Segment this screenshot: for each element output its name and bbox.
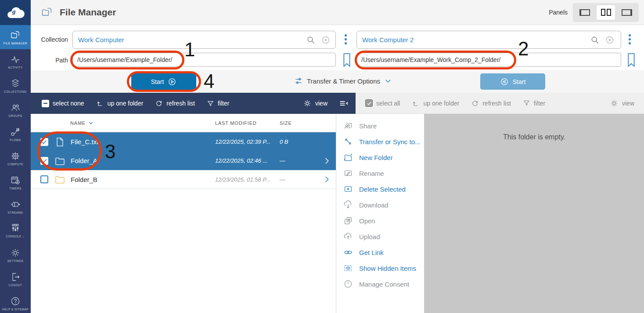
menu-item-upload[interactable]: Upload: [336, 229, 424, 244]
right-panel-toolbar: select all up one folder refresh list fi…: [356, 93, 644, 114]
left-collection-menu-icon[interactable]: [345, 34, 347, 44]
menu-item-label: Delete Selected: [359, 186, 406, 193]
sidebar-item-settings[interactable]: SETTINGS: [0, 243, 31, 267]
sidebar-item-groups[interactable]: GROUPS: [0, 98, 31, 122]
transfer-start-right-button[interactable]: Start: [480, 73, 545, 90]
filter-label: filter: [534, 100, 545, 107]
left-collection-input[interactable]: [72, 31, 336, 49]
open-folder-chevron-icon[interactable]: [323, 156, 331, 166]
sidebar-item-help-sitemap[interactable]: HELP & SITEMAP: [0, 291, 31, 313]
right-bookmark-icon[interactable]: [626, 53, 636, 67]
menu-item-label: Share: [359, 122, 377, 130]
menu-item-manage-consent[interactable]: Manage Consent: [336, 276, 424, 292]
panels-one-button[interactable]: [576, 5, 594, 20]
collapse-panel-button[interactable]: [339, 99, 349, 108]
menu-item-get-link[interactable]: Get Link: [336, 244, 424, 260]
select-none-label: select none: [53, 100, 84, 107]
refresh-icon: [471, 99, 479, 107]
help-icon: [10, 296, 21, 306]
folder-modified: 12/23/2025, 01:58 P...: [215, 176, 270, 183]
filter-button[interactable]: filter: [523, 99, 545, 107]
row-checkbox-unchecked[interactable]: [40, 175, 48, 183]
transfer-timer-options[interactable]: Transfer & Timer Options: [294, 76, 392, 85]
right-collection-menu-icon[interactable]: [629, 34, 631, 44]
file-row-folder-b[interactable]: Folder_B 12/23/2025, 01:58 P... —: [31, 170, 336, 189]
menu-item-label: Download: [359, 201, 389, 209]
search-icon[interactable]: [306, 35, 316, 45]
right-path-input[interactable]: [356, 53, 621, 67]
svg-text:g: g: [12, 7, 16, 15]
file-icon: [54, 137, 65, 147]
search-icon[interactable]: [590, 35, 600, 45]
menu-item-label: Show Hidden Items: [359, 265, 416, 272]
sidebar-item-label: FLOWS: [10, 138, 21, 142]
clear-collection-icon[interactable]: [605, 35, 615, 45]
menu-item-new-folder[interactable]: New Folder: [336, 149, 424, 165]
refresh-list-button[interactable]: refresh list: [471, 99, 511, 107]
filter-button[interactable]: filter: [207, 100, 229, 107]
sidebar-item-label: FILE MANAGER: [4, 42, 27, 45]
menu-item-label: New Folder: [359, 154, 393, 161]
left-bookmark-icon[interactable]: [342, 53, 352, 67]
open-folder-chevron-icon[interactable]: [323, 175, 331, 184]
folder-icon: [54, 156, 65, 165]
left-path-input[interactable]: [72, 53, 336, 67]
menu-item-download[interactable]: Download: [336, 197, 424, 213]
start-button-label: Start: [513, 78, 526, 85]
row-checkbox-checked[interactable]: [40, 138, 48, 146]
panels-one-right-button[interactable]: [618, 5, 636, 20]
sidebar-item-collections[interactable]: COLLECTIONS: [0, 73, 31, 98]
view-button[interactable]: view: [303, 99, 327, 108]
folder-icon: [54, 175, 65, 184]
clear-collection-icon[interactable]: [321, 35, 331, 45]
up-one-folder-icon: [96, 99, 104, 107]
context-menu-panel: Share Transfer or Sync to... New Folder …: [336, 114, 425, 313]
compute-icon: [10, 151, 21, 161]
up-one-folder-button[interactable]: up one folder: [96, 99, 144, 107]
column-size[interactable]: SIZE: [280, 120, 292, 126]
sidebar-item-timers[interactable]: TIMERS: [0, 170, 31, 194]
play-left-icon: [500, 77, 509, 86]
file-list-header: NAME LAST MODIFIED SIZE: [31, 114, 336, 132]
panels-toggle-group: [573, 3, 639, 22]
settings-gear-icon: [10, 247, 21, 258]
menu-item-delete-selected[interactable]: Delete Selected: [336, 181, 424, 197]
filter-label: filter: [218, 100, 229, 107]
menu-item-open[interactable]: Open: [336, 213, 424, 229]
select-all-button[interactable]: select all: [365, 99, 400, 107]
menu-item-show-hidden-items[interactable]: Show Hidden Items: [336, 260, 424, 276]
folder-modified: 12/22/2025, 02:46 ...: [215, 157, 267, 164]
row-checkbox-checked[interactable]: [40, 157, 48, 165]
right-collection-input[interactable]: [356, 31, 621, 49]
panels-two-button[interactable]: [597, 5, 615, 20]
panels-label: Panels: [549, 9, 568, 16]
sidebar-item-flows[interactable]: FLOWS: [0, 122, 31, 146]
menu-item-share[interactable]: Share: [336, 118, 424, 134]
column-name[interactable]: NAME: [70, 120, 94, 126]
sidebar-item-compute[interactable]: COMPUTE: [0, 146, 31, 170]
globus-logo[interactable]: g: [0, 0, 31, 25]
sidebar-item-logout[interactable]: LOGOUT: [0, 267, 31, 291]
sidebar-item-console[interactable]: CONSOLE ⌄: [0, 218, 31, 243]
sidebar-item-file-manager[interactable]: FILE MANAGER: [0, 25, 31, 49]
transfer-start-left-button[interactable]: Start: [131, 73, 196, 90]
column-last-modified[interactable]: LAST MODIFIED: [215, 120, 257, 126]
collapse-menu-icon: [339, 99, 349, 108]
streams-icon: [10, 199, 21, 210]
file-modified: 12/22/2025, 02:39 P...: [215, 138, 270, 145]
sidebar-item-streams[interactable]: STREAMS: [0, 194, 31, 218]
menu-item-transfer-or-sync[interactable]: Transfer or Sync to...: [336, 134, 424, 149]
up-one-folder-button[interactable]: up one folder: [412, 99, 459, 107]
refresh-list-button[interactable]: refresh list: [155, 99, 195, 107]
play-right-icon: [168, 77, 176, 86]
sidebar-item-activity[interactable]: ACTIVITY: [0, 49, 31, 73]
menu-item-rename[interactable]: Rename: [336, 165, 424, 181]
file-row-folder-a[interactable]: Folder_A 12/22/2025, 02:46 ... —: [31, 151, 336, 170]
view-button[interactable]: view: [610, 99, 634, 108]
logout-icon: [10, 272, 21, 282]
select-none-button[interactable]: select none: [42, 100, 84, 107]
file-name: File_C.txt: [71, 138, 98, 146]
open-icon: [343, 216, 353, 226]
chevron-down-icon: ⌄: [22, 235, 25, 238]
file-row-file-c[interactable]: File_C.txt 12/22/2025, 02:39 P... 0 B: [31, 132, 336, 151]
